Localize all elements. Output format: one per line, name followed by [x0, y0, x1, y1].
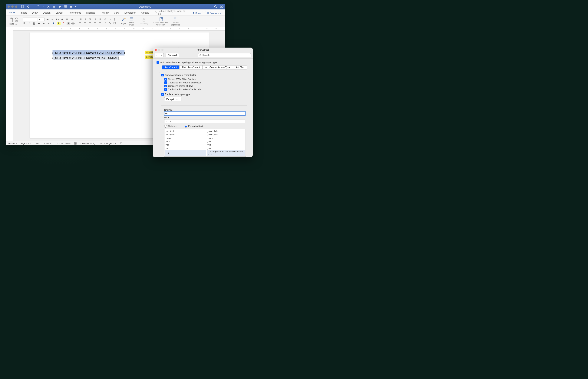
format-painter-icon[interactable] [37, 5, 40, 8]
show-marks-icon[interactable]: ¶ [113, 18, 117, 21]
vertical-ruler[interactable] [6, 31, 13, 141]
numbering-icon[interactable]: 123 [83, 18, 87, 21]
tab-layout[interactable]: Layout [56, 10, 63, 15]
formatted-text-radio[interactable]: Formatted text [185, 125, 203, 127]
italic-button[interactable]: I [27, 22, 31, 25]
tab-design[interactable]: Design [43, 10, 51, 15]
table-icon[interactable] [64, 5, 67, 8]
multilevel-list-icon[interactable] [88, 18, 92, 21]
seg-autocorrect[interactable]: AutoCorrect [162, 65, 179, 69]
layout-icon[interactable] [70, 5, 73, 8]
font-color-icon[interactable]: A [62, 22, 65, 25]
sort-icon[interactable]: AZ [108, 18, 112, 21]
paragraph-icon[interactable] [58, 5, 61, 8]
superscript-button[interactable]: x2 [47, 22, 51, 25]
seg-math[interactable]: Math AutoCorrect [179, 65, 203, 69]
increase-indent-icon[interactable] [98, 18, 102, 21]
strikethrough-button[interactable]: ab [37, 22, 41, 25]
comments-button[interactable]: Comments [205, 11, 222, 15]
cut-icon[interactable] [15, 16, 18, 19]
change-case-icon[interactable]: Aa [56, 18, 59, 21]
tab-acrobat[interactable]: Acrobat [141, 10, 149, 15]
status-line[interactable]: Line: 1 [34, 142, 41, 144]
tab-draw[interactable]: Draw [32, 10, 38, 15]
close-button[interactable] [8, 5, 10, 8]
clear-formatting-icon[interactable]: A [60, 18, 64, 21]
field-line-1[interactable]: ({ SEQ NumList \* CHINESENUM3 \r 1 \* ME… [52, 50, 125, 55]
account-icon[interactable] [220, 5, 223, 8]
seg-autotext[interactable]: AutoText [233, 65, 247, 69]
borders-icon[interactable] [113, 21, 117, 25]
highlight-icon[interactable]: A [57, 22, 60, 25]
zoom-button[interactable] [15, 5, 17, 8]
undo-icon[interactable] [27, 5, 30, 8]
format-painter-icon[interactable] [15, 23, 18, 26]
save-icon[interactable] [21, 5, 24, 8]
tab-mailings[interactable]: Mailings [86, 10, 95, 15]
tab-view[interactable]: View [114, 10, 119, 15]
tab-developer[interactable]: Developer [124, 10, 136, 15]
align-center-icon[interactable] [83, 21, 87, 25]
smart-button-checkbox[interactable]: ✓Show AutoCorrect smart button [161, 74, 249, 77]
decrease-indent-icon[interactable] [93, 18, 97, 21]
table-cells-checkbox[interactable]: ✓Capitalize first letter of table cells [164, 88, 249, 91]
status-language[interactable]: Chinese (China) [80, 142, 95, 144]
redo-icon[interactable]: ↻ [32, 5, 34, 8]
align-left-icon[interactable] [78, 21, 82, 25]
copy-icon[interactable] [15, 20, 18, 23]
forward-button[interactable]: › [159, 53, 164, 57]
tab-home[interactable]: Home [9, 10, 15, 15]
tab-review[interactable]: Review [101, 10, 109, 15]
list-icon[interactable] [53, 5, 56, 8]
distribute-icon[interactable] [98, 21, 102, 25]
text-effects-icon[interactable]: A [52, 22, 56, 25]
char-shading-icon[interactable]: A [67, 22, 70, 25]
macro-icon[interactable] [120, 142, 122, 145]
subscript-button[interactable]: x2 [42, 22, 46, 25]
enclose-char-icon[interactable]: 字 [72, 22, 74, 25]
phonetic-icon[interactable]: 拼 [65, 18, 69, 21]
font-family-select[interactable] [23, 17, 37, 21]
replace-table[interactable]: your theiryou're their your youryou're y… [164, 129, 246, 157]
tell-me-search[interactable]: Tell me what you want to do [155, 10, 185, 15]
days-checkbox[interactable]: ✓Capitalize names of days [164, 85, 249, 87]
font-size-select[interactable] [38, 17, 44, 21]
increase-font-icon[interactable]: A▴ [46, 18, 49, 21]
char-border-icon[interactable]: A [70, 18, 74, 21]
asian-layout-icon[interactable] [103, 18, 107, 21]
clear-format-icon[interactable] [47, 5, 50, 8]
shading-icon[interactable] [108, 21, 112, 25]
align-right-icon[interactable] [88, 21, 92, 25]
styles-button[interactable]: AStyles [121, 18, 126, 25]
search-icon[interactable] [214, 5, 217, 8]
back-button[interactable]: ‹ [155, 53, 159, 57]
paste-button[interactable]: Paste [9, 17, 14, 25]
status-words[interactable]: 3 of 157 words [57, 142, 71, 144]
tab-references[interactable]: References [68, 10, 81, 15]
with-input[interactable] [164, 119, 245, 123]
show-all-button[interactable]: Show All [166, 53, 179, 57]
dialog-search[interactable] [198, 53, 251, 57]
status-track[interactable]: Track Changes: Off [98, 142, 116, 144]
dialog-close-button[interactable] [155, 49, 157, 51]
seg-autoformat[interactable]: AutoFormat As You Type [203, 65, 233, 69]
request-sig-button[interactable]: Request Signatures [171, 17, 180, 26]
decrease-font-icon[interactable]: A▾ [51, 18, 54, 21]
first-letter-checkbox[interactable]: ✓Capitalize first letter of sentences [164, 81, 249, 84]
bullets-icon[interactable] [78, 18, 82, 21]
plain-text-radio[interactable]: Plain text [164, 125, 177, 127]
exceptions-button[interactable]: Exceptions... [164, 97, 181, 101]
tab-insert[interactable]: Insert [21, 10, 27, 15]
line-spacing-icon[interactable] [103, 21, 107, 25]
status-section[interactable]: Section: 1 [8, 142, 17, 144]
share-button[interactable]: Share [191, 11, 203, 15]
dialog-search-input[interactable] [202, 54, 250, 57]
two-initial-caps-checkbox[interactable]: ✓Correct TWo INitial CApitals [164, 78, 249, 80]
bold-button[interactable]: B [22, 22, 26, 25]
auto-correct-spelling-checkbox[interactable]: ✓Automatically correct spelling and form… [157, 61, 249, 64]
create-pdf-button[interactable]: Create and Share Adobe PDF [153, 17, 168, 26]
replace-input[interactable] [164, 112, 245, 115]
font-icon[interactable]: A [43, 5, 44, 8]
spellcheck-icon[interactable] [74, 142, 77, 145]
status-column[interactable]: Column: 1 [44, 142, 54, 144]
